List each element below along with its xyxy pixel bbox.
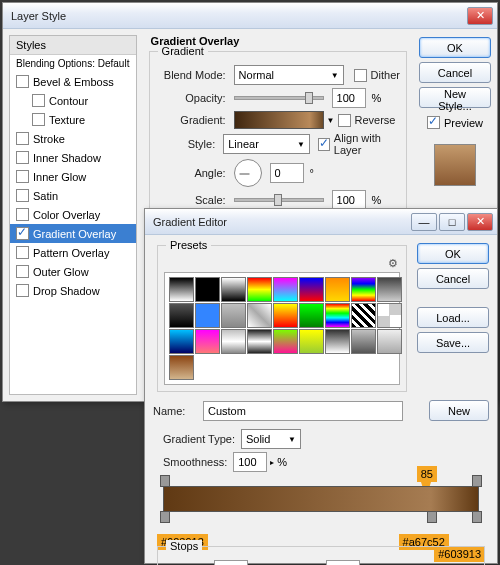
preset-swatch[interactable] <box>169 355 194 380</box>
preset-swatch[interactable] <box>195 329 220 354</box>
style-dropdown[interactable]: Linear▼ <box>223 134 310 154</box>
preset-swatch[interactable] <box>299 277 324 302</box>
preset-swatch[interactable] <box>325 329 350 354</box>
style-checkbox[interactable] <box>32 94 45 107</box>
reverse-checkbox[interactable] <box>338 114 351 127</box>
smoothness-input[interactable] <box>233 452 267 472</box>
style-item-pattern-overlay[interactable]: Pattern Overlay <box>10 243 136 262</box>
style-item-gradient-overlay[interactable]: Gradient Overlay <box>10 224 136 243</box>
style-checkbox[interactable] <box>16 227 29 240</box>
style-item-texture[interactable]: Texture <box>10 110 136 129</box>
load-button[interactable]: Load... <box>417 307 489 328</box>
gradient-swatch[interactable] <box>234 111 324 129</box>
close-icon[interactable]: ✕ <box>467 213 493 231</box>
opacity-label: Opacity: <box>156 92 226 104</box>
styles-header[interactable]: Styles <box>10 36 136 55</box>
stop-opacity-location-input <box>326 560 360 565</box>
preset-swatch[interactable] <box>221 303 246 328</box>
style-checkbox[interactable] <box>16 246 29 259</box>
style-item-stroke[interactable]: Stroke <box>10 129 136 148</box>
style-item-inner-glow[interactable]: Inner Glow <box>10 167 136 186</box>
preset-swatch[interactable] <box>169 277 194 302</box>
color-stop-1[interactable] <box>160 511 170 523</box>
preset-swatch[interactable] <box>351 303 376 328</box>
preset-swatch[interactable] <box>169 329 194 354</box>
gradient-editor-titlebar[interactable]: Gradient Editor — □ ✕ <box>145 209 497 235</box>
ge-cancel-button[interactable]: Cancel <box>417 268 489 289</box>
maximize-icon[interactable]: □ <box>439 213 465 231</box>
preset-swatch[interactable] <box>351 329 376 354</box>
preset-swatch[interactable] <box>247 303 272 328</box>
new-button[interactable]: New <box>429 400 489 421</box>
style-checkbox[interactable] <box>16 284 29 297</box>
gradient-type-dropdown[interactable]: Solid▼ <box>241 429 301 449</box>
name-input[interactable] <box>203 401 403 421</box>
angle-label: Angle: <box>156 167 226 179</box>
style-checkbox[interactable] <box>16 75 29 88</box>
style-checkbox[interactable] <box>32 113 45 126</box>
preset-swatch[interactable] <box>377 303 402 328</box>
minimize-icon[interactable]: — <box>411 213 437 231</box>
new-style-button[interactable]: New Style... <box>419 87 491 108</box>
style-item-satin[interactable]: Satin <box>10 186 136 205</box>
preset-swatch[interactable] <box>221 277 246 302</box>
name-label: Name: <box>153 405 203 417</box>
preset-swatch[interactable] <box>325 277 350 302</box>
preset-swatch[interactable] <box>351 277 376 302</box>
preset-swatch[interactable] <box>195 303 220 328</box>
blending-options[interactable]: Blending Options: Default <box>10 55 136 72</box>
ge-ok-button[interactable]: OK <box>417 243 489 264</box>
color-stop-3[interactable] <box>472 511 482 523</box>
style-item-contour[interactable]: Contour <box>10 91 136 110</box>
style-checkbox[interactable] <box>16 265 29 278</box>
gradient-editor-dialog: Gradient Editor — □ ✕ Presets ⚙ OK Cance… <box>144 208 498 564</box>
close-icon[interactable]: ✕ <box>467 7 493 25</box>
preset-swatch[interactable] <box>247 329 272 354</box>
blend-mode-dropdown[interactable]: Normal▼ <box>234 65 344 85</box>
style-item-color-overlay[interactable]: Color Overlay <box>10 205 136 224</box>
opacity-stop-left[interactable] <box>160 475 170 487</box>
preset-swatch[interactable] <box>247 277 272 302</box>
preset-swatch[interactable] <box>169 303 194 328</box>
stops-group: Stops Opacity: ▸% Location: % Delete Col… <box>157 546 485 565</box>
preset-swatch[interactable] <box>377 329 402 354</box>
layer-style-titlebar[interactable]: Layer Style ✕ <box>3 3 497 29</box>
preset-swatch[interactable] <box>299 303 324 328</box>
opacity-slider[interactable] <box>234 96 324 100</box>
preset-swatch[interactable] <box>377 277 402 302</box>
preset-swatch[interactable] <box>325 303 350 328</box>
opacity-input[interactable] <box>332 88 366 108</box>
gradient-bar[interactable] <box>163 486 479 512</box>
angle-dial[interactable] <box>234 159 262 187</box>
style-checkbox[interactable] <box>16 132 29 145</box>
save-button[interactable]: Save... <box>417 332 489 353</box>
dither-checkbox[interactable] <box>354 69 367 82</box>
style-checkbox[interactable] <box>16 189 29 202</box>
ok-button[interactable]: OK <box>419 37 491 58</box>
style-item-bevel-emboss[interactable]: Bevel & Emboss <box>10 72 136 91</box>
preview-checkbox[interactable] <box>427 116 440 129</box>
scale-input[interactable] <box>332 190 366 210</box>
style-checkbox[interactable] <box>16 170 29 183</box>
scale-slider[interactable] <box>234 198 324 202</box>
style-item-drop-shadow[interactable]: Drop Shadow <box>10 281 136 300</box>
preset-swatch[interactable] <box>273 329 298 354</box>
gradient-editor-title: Gradient Editor <box>153 216 227 228</box>
preset-swatch[interactable] <box>273 303 298 328</box>
style-item-inner-shadow[interactable]: Inner Shadow <box>10 148 136 167</box>
style-checkbox[interactable] <box>16 151 29 164</box>
cancel-button[interactable]: Cancel <box>419 62 491 83</box>
gear-icon[interactable]: ⚙ <box>386 256 400 270</box>
style-checkbox[interactable] <box>16 208 29 221</box>
color-stop-2[interactable] <box>427 511 437 523</box>
style-item-outer-glow[interactable]: Outer Glow <box>10 262 136 281</box>
preset-swatch[interactable] <box>273 277 298 302</box>
presets-label: Presets <box>166 239 211 251</box>
preset-swatch[interactable] <box>221 329 246 354</box>
angle-input[interactable] <box>270 163 304 183</box>
align-checkbox[interactable] <box>318 138 329 151</box>
preset-swatch[interactable] <box>299 329 324 354</box>
preset-swatch[interactable] <box>195 277 220 302</box>
note-position: 85 <box>417 466 437 482</box>
opacity-stop-right[interactable] <box>472 475 482 487</box>
